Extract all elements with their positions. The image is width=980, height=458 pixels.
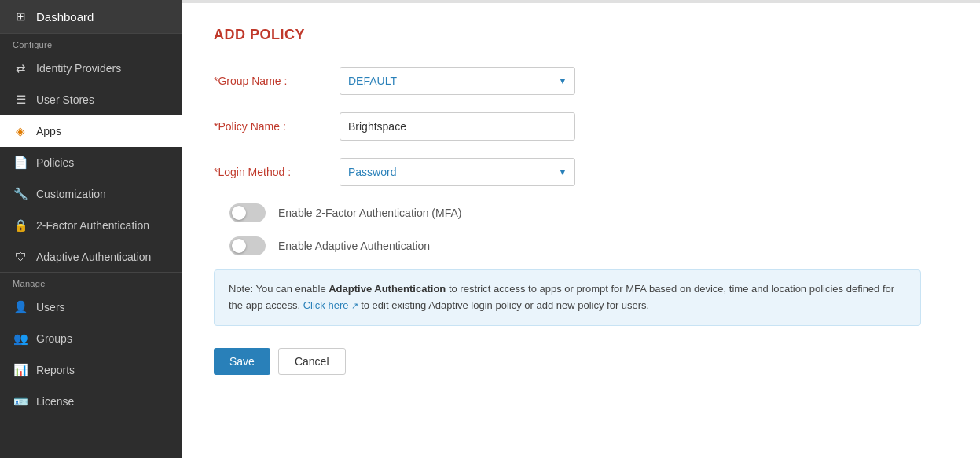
sidebar-groups-label: Groups: [36, 332, 72, 345]
groups-icon: 👥: [13, 332, 28, 346]
apps-icon: ◈: [13, 124, 28, 138]
login-method-label: *Login Method :: [214, 166, 340, 178]
license-icon: 🪪: [13, 394, 28, 409]
sidebar-item-user-stores[interactable]: ☰ User Stores: [0, 84, 182, 115]
group-name-label: *Group Name :: [214, 75, 340, 87]
sidebar-idp-label: Identity Providers: [36, 62, 121, 75]
sidebar-reports-label: Reports: [36, 364, 75, 376]
sidebar-item-identity-providers[interactable]: ⇄ Identity Providers: [0, 53, 182, 84]
sidebar-license-label: License: [36, 395, 74, 408]
idp-icon: ⇄: [13, 61, 28, 75]
sidebar-item-apps[interactable]: ◈ Apps: [0, 115, 182, 147]
policy-name-row: *Policy Name :: [214, 112, 949, 141]
sidebar-item-adaptive-auth[interactable]: 🛡 Adaptive Authentication: [0, 241, 182, 272]
page-title: ADD POLICY: [214, 27, 949, 43]
custom-icon: 🔧: [13, 187, 28, 201]
save-button[interactable]: Save: [214, 348, 270, 375]
sidebar-stores-label: User Stores: [36, 93, 94, 106]
group-name-select[interactable]: DEFAULT Group1 Group2: [340, 67, 575, 95]
sidebar-item-reports[interactable]: 📊 Reports: [0, 354, 182, 386]
dashboard-icon: ⊞: [13, 9, 28, 24]
sidebar-dashboard-label: Dashboard: [36, 10, 94, 24]
toggle-2fa-label: Enable 2-Factor Authentication (MFA): [278, 207, 461, 219]
manage-section-label: Manage: [0, 272, 182, 291]
note-text-before: Note: You can enable: [229, 283, 329, 295]
sidebar-item-customization[interactable]: 🔧 Customization: [0, 178, 182, 210]
group-name-select-wrapper: DEFAULT Group1 Group2 ▼: [340, 67, 575, 95]
login-method-row: *Login Method : Password SSO Certificate…: [214, 158, 949, 186]
policy-name-label: *Policy Name :: [214, 120, 340, 133]
sidebar-2fa-label: 2-Factor Authentication: [36, 219, 149, 232]
sidebar: ⊞ Dashboard Configure ⇄ Identity Provide…: [0, 0, 182, 458]
policies-icon: 📄: [13, 156, 28, 170]
group-name-row: *Group Name : DEFAULT Group1 Group2 ▼: [214, 67, 949, 95]
toggle-adaptive-row: Enable Adaptive Authentication: [229, 236, 949, 255]
note-text-end: to edit existing Adaptive login policy o…: [358, 299, 650, 311]
sidebar-apps-label: Apps: [36, 125, 61, 137]
sidebar-item-users[interactable]: 👤 Users: [0, 291, 182, 323]
sidebar-item-policies[interactable]: 📄 Policies: [0, 147, 182, 178]
toggle-adaptive-label: Enable Adaptive Authentication: [278, 240, 430, 252]
sidebar-adaptive-label: Adaptive Authentication: [36, 251, 151, 263]
configure-section-label: Configure: [0, 33, 182, 53]
toggle-adaptive-slider: [229, 236, 266, 255]
sidebar-item-2fa[interactable]: 🔒 2-Factor Authentication: [0, 210, 182, 241]
sidebar-custom-label: Customization: [36, 188, 106, 200]
note-bold: Adaptive Authentication: [329, 283, 446, 295]
lock-icon: 🔒: [13, 218, 28, 233]
reports-icon: 📊: [13, 363, 28, 377]
main-content: ADD POLICY *Group Name : DEFAULT Group1 …: [182, 0, 980, 458]
login-method-select[interactable]: Password SSO Certificate: [340, 158, 575, 186]
cancel-button[interactable]: Cancel: [278, 348, 346, 375]
note-box: Note: You can enable Adaptive Authentica…: [214, 269, 921, 326]
shield-icon: 🛡: [13, 250, 28, 263]
sidebar-item-license[interactable]: 🪪 License: [0, 386, 182, 417]
sidebar-users-label: Users: [36, 301, 65, 313]
sidebar-item-dashboard[interactable]: ⊞ Dashboard: [0, 0, 182, 33]
button-row: Save Cancel: [214, 348, 949, 375]
toggle-2fa-row: Enable 2-Factor Authentication (MFA): [229, 203, 949, 222]
users-icon: 👤: [13, 300, 28, 314]
policy-name-input[interactable]: [340, 112, 575, 141]
sidebar-policies-label: Policies: [36, 156, 74, 169]
toggle-2fa[interactable]: [229, 203, 266, 222]
toggle-adaptive[interactable]: [229, 236, 266, 255]
login-method-select-wrapper: Password SSO Certificate ▼: [340, 158, 575, 186]
toggle-2fa-slider: [229, 203, 266, 222]
click-here-link[interactable]: Click here: [303, 299, 358, 311]
stores-icon: ☰: [13, 93, 28, 107]
form-content: ADD POLICY *Group Name : DEFAULT Group1 …: [182, 3, 980, 398]
sidebar-item-groups[interactable]: 👥 Groups: [0, 323, 182, 354]
